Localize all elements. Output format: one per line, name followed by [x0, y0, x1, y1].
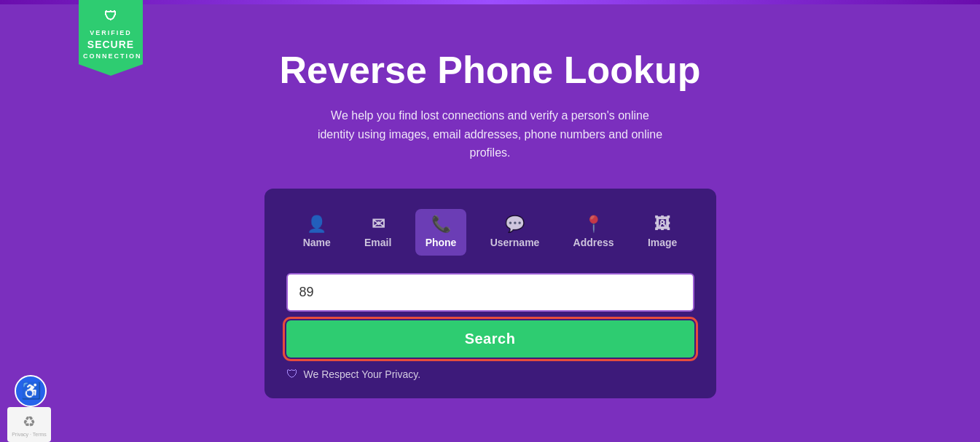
verified-badge: 🛡 VERIFIED SECURE CONNECTION: [79, 0, 143, 76]
recaptcha-privacy: Privacy · Terms: [12, 432, 47, 437]
phone-input[interactable]: [286, 273, 694, 312]
page-subtitle: We help you find lost connections and ve…: [315, 106, 665, 162]
tab-phone-label: Phone: [426, 237, 457, 248]
page-title: Reverse Phone Lookup: [280, 48, 701, 92]
location-icon: 📍: [584, 216, 603, 232]
tab-image[interactable]: 🖼 Image: [638, 209, 687, 256]
search-button[interactable]: Search: [286, 320, 694, 358]
accessibility-icon: ♿: [21, 382, 41, 400]
tab-name[interactable]: 👤 Name: [293, 209, 341, 256]
tab-bar: 👤 Name ✉ Email 📞 Phone 💬 Username 📍 Addr…: [286, 209, 694, 256]
email-icon: ✉: [372, 216, 385, 232]
tab-username[interactable]: 💬 Username: [480, 209, 550, 256]
image-icon: 🖼: [654, 216, 670, 232]
shield-icon: 🛡: [83, 7, 138, 25]
tab-address-label: Address: [573, 237, 614, 248]
badge-line1: VERIFIED: [83, 28, 138, 38]
tab-phone[interactable]: 📞 Phone: [415, 209, 467, 256]
recaptcha-logo: ♻: [23, 413, 36, 430]
tab-email[interactable]: ✉ Email: [354, 209, 401, 256]
badge-line2: SECURE: [83, 38, 138, 52]
search-card: 👤 Name ✉ Email 📞 Phone 💬 Username 📍 Addr…: [264, 189, 716, 398]
input-section: Search: [286, 273, 694, 358]
privacy-shield-icon: 🛡: [286, 368, 298, 381]
privacy-text: We Respect Your Privacy.: [304, 368, 421, 380]
tab-email-label: Email: [364, 237, 391, 248]
recaptcha-widget: ♻ Privacy · Terms: [7, 407, 51, 442]
privacy-row: 🛡 We Respect Your Privacy.: [286, 368, 694, 381]
main-content: Reverse Phone Lookup We help you find lo…: [0, 4, 980, 398]
phone-icon: 📞: [431, 216, 451, 232]
badge-line3: CONNECTION: [83, 52, 138, 61]
tab-image-label: Image: [648, 237, 677, 248]
tab-address[interactable]: 📍 Address: [563, 209, 624, 256]
tab-username-label: Username: [490, 237, 540, 248]
person-icon: 👤: [307, 216, 326, 232]
tab-name-label: Name: [303, 237, 331, 248]
accessibility-button[interactable]: ♿: [15, 375, 47, 407]
chat-icon: 💬: [505, 216, 525, 232]
